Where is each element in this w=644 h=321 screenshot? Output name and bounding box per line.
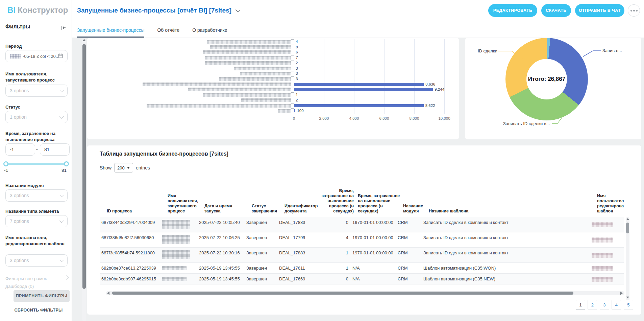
element-type-select[interactable]: 7 options — [5, 215, 68, 227]
table-header-row: ID процессаИмя пользователя, запустившег… — [100, 182, 624, 216]
table-cell: Завершен — [246, 235, 277, 240]
table-vscrollbar-thumb[interactable] — [626, 223, 629, 233]
bar[interactable] — [294, 109, 295, 112]
calendar-icon[interactable] — [58, 53, 63, 60]
page-button-1[interactable]: 1 — [576, 300, 585, 310]
status-select[interactable]: 1 option — [5, 111, 68, 123]
page-button-3[interactable]: 3 — [600, 300, 609, 310]
tab-running-processes[interactable]: Запущенные бизнес-процессы — [77, 21, 144, 38]
table-header-divider — [100, 216, 624, 216]
page-button-4[interactable]: 4 — [612, 300, 621, 310]
slider-handle-min[interactable] — [3, 161, 8, 166]
tab-about-developer[interactable]: О разработчике — [192, 21, 227, 38]
bar[interactable] — [294, 83, 424, 86]
column-header[interactable]: Идентификатор документа — [284, 204, 319, 214]
page-button-2[interactable]: 2 — [588, 300, 597, 310]
page: BIКонструктор Фильтры Период -05-18 ≤ co… — [0, 0, 644, 321]
time-to-input[interactable]: 81 — [40, 143, 70, 156]
scroll-left-arrow-icon[interactable] — [107, 292, 109, 295]
user-started-select[interactable]: 3 options — [5, 85, 68, 97]
slider-max-label: 81 — [61, 168, 67, 173]
table-cell: N/A — [352, 276, 396, 281]
slice-label-write: Записат... — [602, 48, 622, 53]
redacted-cell — [592, 277, 613, 282]
bar-value-label: 3 — [296, 66, 298, 70]
bar[interactable] — [294, 88, 433, 91]
column-header[interactable]: Имя пользователя, запустившего процесс — [168, 193, 200, 214]
element-type-label: Название типа элемента — [5, 208, 65, 214]
x-axis-tick-label: 4,000 — [349, 116, 359, 120]
column-header[interactable]: Статус завершения — [252, 204, 283, 214]
redacted-category-label — [219, 77, 291, 81]
period-value: -05-18 ≤ col < 20... — [23, 54, 58, 59]
table-hscrollbar-thumb[interactable] — [112, 292, 573, 295]
module-select[interactable]: 3 options — [5, 189, 68, 202]
column-header[interactable]: ID процесса — [107, 209, 164, 214]
axis-tick — [291, 61, 294, 61]
column-header[interactable]: Время, затраченное на выполнение процесс… — [358, 193, 402, 214]
filters-outside-dashboard[interactable]: Фильтры вне рамок дашборда (0) — [5, 275, 59, 290]
bar-value-label: 8,636 — [425, 82, 435, 86]
axis-tick — [291, 82, 294, 82]
download-button[interactable]: СКАЧАТЬ — [541, 4, 571, 17]
page-title: Запущенные бизнес-процессы [отчёт BI] [7… — [77, 7, 231, 14]
time-range-slider[interactable] — [5, 163, 68, 165]
column-header[interactable]: Имя пользователя, редактировавшего шабло… — [597, 193, 624, 214]
table-cell: 682b0be3cdb907.46295015 — [101, 276, 158, 281]
reset-filters-button[interactable]: СБРОСИТЬ ФИЛЬТРЫ — [8, 308, 69, 313]
redacted-category-label — [205, 56, 291, 60]
table-cell: CRM — [398, 220, 422, 225]
table-cell: 2025-07-22 10:05:40 — [199, 220, 243, 225]
table-row: 687f38440c3294.470040092025-07-22 10:05:… — [100, 217, 624, 232]
page-size-value: 200 — [117, 165, 125, 170]
chevron-down-icon[interactable] — [236, 7, 240, 12]
column-header[interactable]: Дата и время запуска — [204, 204, 248, 214]
send-to-chat-button[interactable]: ОТПРАВИТЬ В ЧАТ — [575, 4, 624, 17]
bar[interactable] — [294, 104, 424, 107]
time-from-input[interactable]: -1 — [5, 143, 35, 156]
edit-button[interactable]: РЕДАКТИРОВАТЬ — [488, 4, 537, 17]
table-cell: 687f38440c3294.47004009 — [101, 220, 158, 225]
chevron-down-icon — [59, 193, 64, 197]
content-scrollbar-thumb[interactable] — [82, 44, 86, 289]
axis-tick — [291, 71, 294, 71]
report-title-block[interactable]: Запущенные бизнес-процессы [отчёт BI] [7… — [77, 0, 240, 21]
table-row: 682b0be37ce613.272250392025-05-19 13:45:… — [100, 263, 624, 274]
redacted-category-label — [278, 109, 291, 113]
table-cell: 682b0be37ce613.27225039 — [101, 266, 158, 271]
scroll-up-arrow-icon[interactable] — [626, 218, 629, 220]
bar-chart-card: 02,0004,0006,0008,00010,000486723338,636… — [87, 38, 459, 139]
redacted-cell — [162, 220, 190, 229]
page-size-select[interactable]: 200 — [114, 163, 133, 173]
column-header[interactable]: Название шаблона — [429, 209, 571, 214]
module-value: 3 options — [10, 193, 60, 198]
apply-filters-button[interactable]: ПРИМЕНИТЬ ФИЛЬТРЫ — [14, 290, 70, 302]
table-cell: 687f386d8e82f7.56030680 — [101, 235, 158, 240]
redacted-category-label — [207, 40, 291, 44]
column-header[interactable]: Время, затраченное на выполнение процесс… — [320, 188, 354, 214]
table-cell: 2025-07-22 10:06:25 — [199, 235, 243, 240]
table-cell: 0 — [315, 220, 348, 225]
period-input[interactable]: -05-18 ≤ col < 20... — [5, 50, 68, 62]
logo-bi: BI — [7, 5, 16, 15]
bar-value-label: 3 — [296, 71, 298, 75]
redacted-year — [10, 54, 21, 59]
slider-handle-max[interactable] — [64, 161, 69, 166]
tab-about-report[interactable]: Об отчёте — [157, 21, 179, 38]
redacted-cell — [162, 277, 187, 281]
scroll-down-arrow-icon[interactable] — [626, 297, 629, 299]
scroll-up-arrow-icon[interactable] — [82, 39, 86, 41]
column-header[interactable]: Название модуля — [403, 204, 427, 214]
bar-value-label: 6 — [296, 50, 298, 54]
table-cell: Записать ID сделки в компанию и контакт — [423, 220, 565, 225]
scroll-right-arrow-icon[interactable] — [620, 292, 623, 295]
filters-sidebar: BIКонструктор Фильтры Период -05-18 ≤ co… — [0, 0, 72, 321]
table-cell: 1 — [315, 250, 348, 255]
redacted-category-label — [188, 88, 291, 91]
more-options-button[interactable] — [628, 4, 640, 17]
logo-text: Конструктор — [18, 5, 68, 15]
collapse-sidebar-icon[interactable] — [60, 24, 67, 31]
chevron-down-icon — [59, 219, 64, 223]
user-edited-select[interactable]: 3 options — [5, 254, 68, 267]
page-button-5[interactable]: 5 — [624, 300, 633, 310]
